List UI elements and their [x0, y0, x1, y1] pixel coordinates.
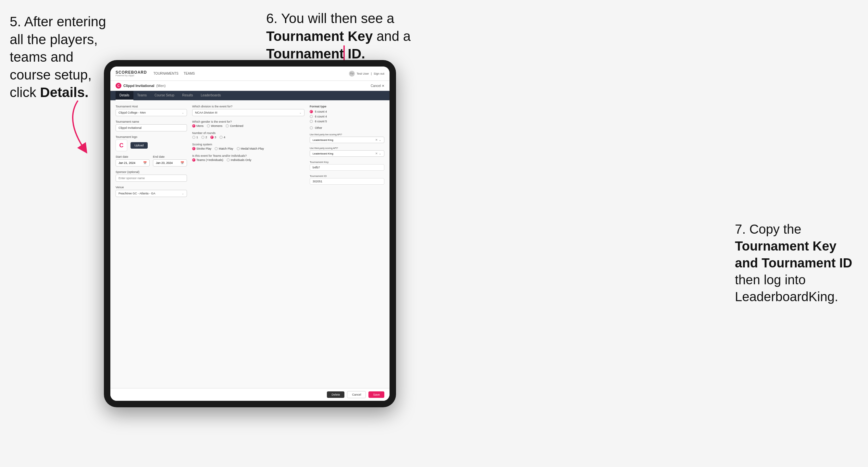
brand-name: SCOREBOARD	[116, 70, 147, 74]
individuals-only-label: Individuals Only	[231, 158, 252, 162]
rounds-3-radio[interactable]	[210, 136, 214, 139]
rounds-3[interactable]: 3	[210, 136, 216, 139]
nav-links: TOURNAMENTS TEAMS	[154, 72, 342, 75]
division-value: NCAA Division III	[195, 111, 217, 114]
nav-teams[interactable]: TEAMS	[184, 72, 195, 75]
content: Tournament Host Clippd College - Men ⌄ T…	[111, 100, 390, 388]
start-date-input[interactable]: Jan 21, 2024 📅	[116, 159, 150, 166]
rounds-2-radio[interactable]	[201, 136, 205, 139]
end-date-label: End date	[153, 155, 187, 158]
end-date-input[interactable]: Jan 23, 2024 📅	[153, 159, 187, 166]
scoring-stroke-radio[interactable]	[192, 147, 195, 150]
gender-combined-radio[interactable]	[226, 124, 229, 128]
rounds-3-label: 3	[215, 136, 216, 139]
brand: SCOREBOARD Powered by clippd	[116, 70, 147, 76]
rounds-4-radio[interactable]	[219, 136, 223, 139]
rounds-label: Number of rounds	[192, 131, 305, 135]
scoring-medal[interactable]: Medal Match Play	[237, 147, 264, 150]
upload-button[interactable]: Upload	[130, 142, 148, 149]
end-date-group: End date Jan 23, 2024 📅	[153, 155, 187, 166]
gender-group: Which gender is the event for? Mens Wome…	[192, 120, 305, 128]
rounds-2-label: 2	[206, 136, 207, 139]
save-button[interactable]: Save	[368, 392, 384, 398]
tournament-host-select[interactable]: Clippd College - Men ⌄	[116, 109, 187, 116]
scoring-medal-label: Medal Match Play	[241, 147, 264, 150]
format-5count4-radio[interactable]	[310, 110, 313, 113]
annotation-right-text: 7. Copy theTournament Keyand Tournament …	[735, 222, 852, 304]
nav-tournaments[interactable]: TOURNAMENTS	[154, 72, 179, 75]
teams-plus-label: Teams (+Individuals)	[196, 158, 223, 162]
gender-mens[interactable]: Mens	[192, 124, 204, 128]
right-column: Format type 5 count 4 6 count 4 6 cou	[310, 105, 384, 383]
gender-combined-label: Combined	[230, 124, 243, 128]
tournament-key-label: Tournament Key	[310, 161, 384, 163]
annotation-left: 5. After entering all the players, teams…	[10, 13, 111, 101]
left-column: Tournament Host Clippd College - Men ⌄ T…	[116, 105, 187, 383]
division-label: Which division is the event for?	[192, 105, 305, 108]
venue-value: Peachtree GC - Atlanta - GA	[119, 192, 155, 195]
individuals-only-radio[interactable]	[226, 158, 230, 162]
division-arrow: ⌄	[299, 111, 302, 114]
api2-select[interactable]: Leaderboard King ✕ ⌄	[310, 150, 384, 157]
host-select-arrow: ⌄	[182, 111, 184, 114]
cancel-button[interactable]: Cancel	[347, 391, 366, 398]
scoring-stroke[interactable]: Stroke Play	[192, 147, 211, 150]
teams-plus-radio[interactable]	[192, 158, 195, 162]
cancel-header-btn[interactable]: Cancel ✕	[371, 84, 384, 88]
rounds-1-radio[interactable]	[192, 136, 195, 139]
tournament-logo-label: Tournament logo	[116, 135, 187, 138]
tab-teams[interactable]: Teams	[133, 91, 151, 100]
division-select[interactable]: NCAA Division III ⌄	[192, 109, 305, 116]
individuals-only[interactable]: Individuals Only	[226, 158, 252, 162]
gender-mens-label: Mens	[196, 124, 204, 128]
sign-out-link[interactable]: Sign out	[374, 72, 384, 75]
gender-womens[interactable]: Womens	[207, 124, 222, 128]
format-group: Format type 5 count 4 6 count 4 6 cou	[310, 105, 384, 129]
teams-label: Is this event for Teams and/or Individua…	[192, 154, 305, 157]
format-6count5-radio[interactable]	[310, 120, 313, 123]
top-nav: SCOREBOARD Powered by clippd TOURNAMENTS…	[111, 66, 390, 81]
rounds-4[interactable]: 4	[219, 136, 225, 139]
venue-select[interactable]: Peachtree GC - Atlanta - GA ⌄	[116, 190, 187, 197]
tournament-name-label: Tournament name	[116, 120, 187, 123]
sponsor-input[interactable]	[116, 175, 187, 182]
tournament-name-input[interactable]	[116, 124, 187, 131]
gender-mens-radio[interactable]	[192, 124, 195, 128]
format-6count4-radio[interactable]	[310, 115, 313, 118]
rounds-1[interactable]: 1	[192, 136, 198, 139]
teams-plus-individuals[interactable]: Teams (+Individuals)	[192, 158, 223, 162]
end-calendar-icon: 📅	[181, 161, 184, 164]
format-6count5-label: 6 count 5	[315, 120, 327, 123]
footer-bar: Delete Cancel Save	[111, 388, 390, 401]
scoring-radio-group: Stroke Play Match Play Medal Match Play	[192, 147, 305, 150]
nav-right: TU Test User | Sign out	[349, 71, 384, 76]
api1-clear-icon[interactable]: ✕ ⌄	[375, 138, 381, 142]
start-calendar-icon: 📅	[143, 161, 147, 164]
api2-clear-icon[interactable]: ✕ ⌄	[375, 152, 381, 155]
gender-combined[interactable]: Combined	[226, 124, 243, 128]
api1-select[interactable]: Leaderboard King ✕ ⌄	[310, 136, 384, 143]
brand-sub: Powered by clippd	[116, 74, 147, 76]
scoring-match-radio[interactable]	[215, 147, 218, 150]
delete-button[interactable]: Delete	[327, 392, 344, 398]
rounds-group: Number of rounds 1 2 3	[192, 131, 305, 139]
tournament-id-group: Tournament ID 302051	[310, 175, 384, 185]
venue-group: Venue Peachtree GC - Atlanta - GA ⌄	[116, 186, 187, 197]
rounds-2[interactable]: 2	[201, 136, 207, 139]
tab-course-setup[interactable]: Course Setup	[151, 91, 178, 100]
format-6count5-row: 6 count 5	[310, 120, 384, 123]
scoring-medal-radio[interactable]	[237, 147, 240, 150]
tabs: Details Teams Course Setup Results Leade…	[111, 91, 390, 100]
tournament-logo-group: Tournament logo C Upload	[116, 135, 187, 151]
tab-details[interactable]: Details	[116, 91, 133, 100]
gender-label: Which gender is the event for?	[192, 120, 305, 123]
tab-leaderboards[interactable]: Leaderboards	[197, 91, 225, 100]
format-other-radio[interactable]	[310, 126, 313, 129]
gender-womens-radio[interactable]	[207, 124, 210, 128]
tab-results[interactable]: Results	[178, 91, 197, 100]
format-5count4-row: 5 count 4	[310, 110, 384, 113]
start-date-label: Start date	[116, 155, 150, 158]
rounds-1-label: 1	[196, 136, 198, 139]
scoring-match[interactable]: Match Play	[215, 147, 234, 150]
tournament-id-value: 302051	[310, 178, 384, 185]
